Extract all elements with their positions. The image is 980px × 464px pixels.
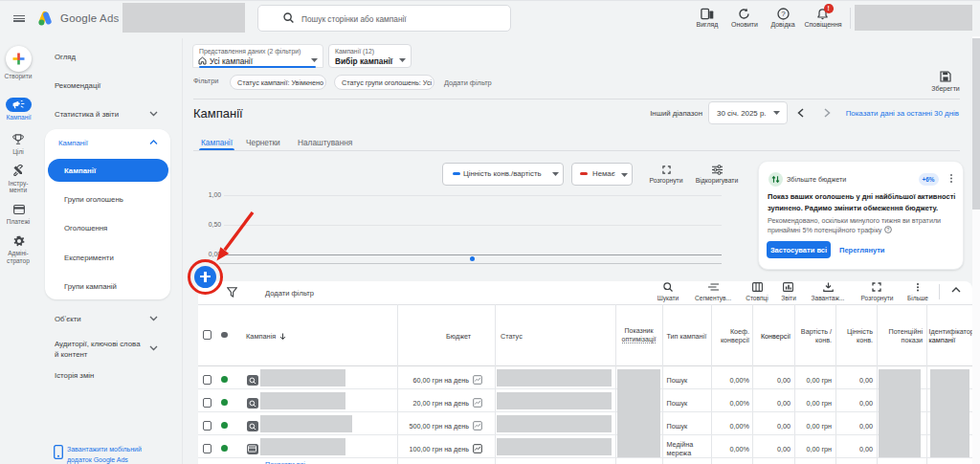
- svg-text:?: ?: [886, 227, 889, 232]
- svg-text:?: ?: [781, 10, 786, 18]
